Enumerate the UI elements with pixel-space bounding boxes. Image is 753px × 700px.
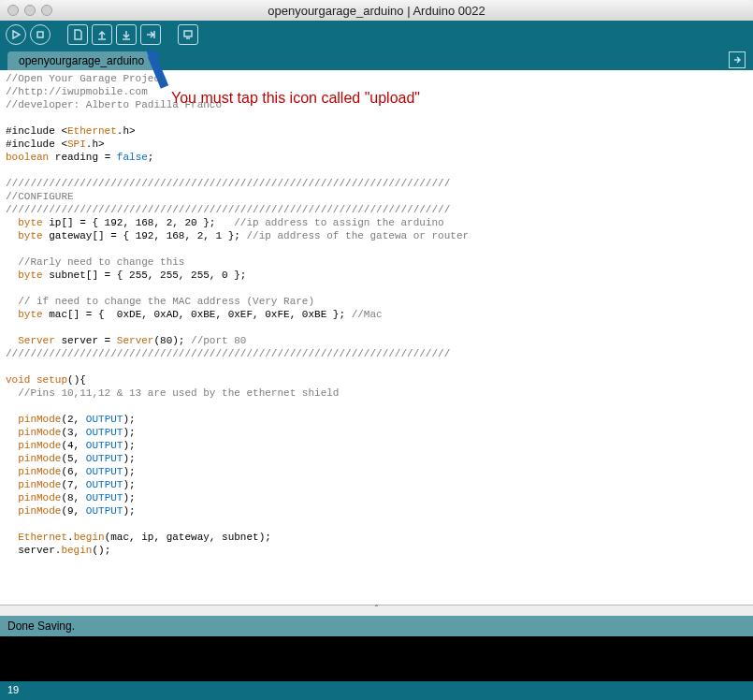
- status-message: Done Saving.: [7, 620, 75, 633]
- arduino-window: openyourgarage_arduino | Arduino 0022 op…: [0, 0, 753, 700]
- window-title: openyourgarage_arduino | Arduino 0022: [0, 4, 753, 18]
- upload-icon: [144, 28, 157, 41]
- svg-rect-1: [184, 31, 192, 36]
- save-button[interactable]: [116, 24, 137, 45]
- footer-bar: 19: [0, 681, 753, 700]
- tab-bar: openyourgarage_arduino: [0, 49, 753, 70]
- play-icon: [9, 28, 22, 41]
- tab-sketch[interactable]: openyourgarage_arduino: [7, 51, 155, 70]
- status-bar: Done Saving.: [0, 616, 753, 636]
- stop-button[interactable]: [30, 24, 51, 45]
- arrow-right-icon: [731, 54, 743, 66]
- serial-monitor-button[interactable]: [178, 24, 198, 45]
- titlebar: openyourgarage_arduino | Arduino 0022: [0, 0, 753, 21]
- new-button[interactable]: [67, 24, 88, 45]
- minimize-window-button[interactable]: [24, 5, 36, 16]
- split-handle[interactable]: ˆ: [0, 605, 753, 616]
- zoom-window-button[interactable]: [41, 5, 52, 16]
- line-number: 19: [7, 684, 19, 695]
- verify-button[interactable]: [6, 24, 26, 45]
- arrow-up-icon: [95, 28, 109, 41]
- toolbar: [0, 21, 753, 49]
- arrow-down-icon: [120, 28, 133, 41]
- window-controls: [0, 5, 52, 16]
- console-output[interactable]: [0, 636, 753, 681]
- new-file-icon: [71, 28, 84, 41]
- close-window-button[interactable]: [7, 5, 19, 16]
- svg-rect-0: [37, 32, 43, 37]
- open-button[interactable]: [92, 24, 112, 45]
- code-content: //Open Your Garage Project //http://iwup…: [0, 70, 753, 559]
- stop-icon: [34, 28, 47, 41]
- code-editor[interactable]: //Open Your Garage Project //http://iwup…: [0, 70, 753, 605]
- upload-button[interactable]: [140, 24, 161, 45]
- serial-monitor-icon: [181, 28, 195, 41]
- tab-menu-button[interactable]: [729, 51, 746, 68]
